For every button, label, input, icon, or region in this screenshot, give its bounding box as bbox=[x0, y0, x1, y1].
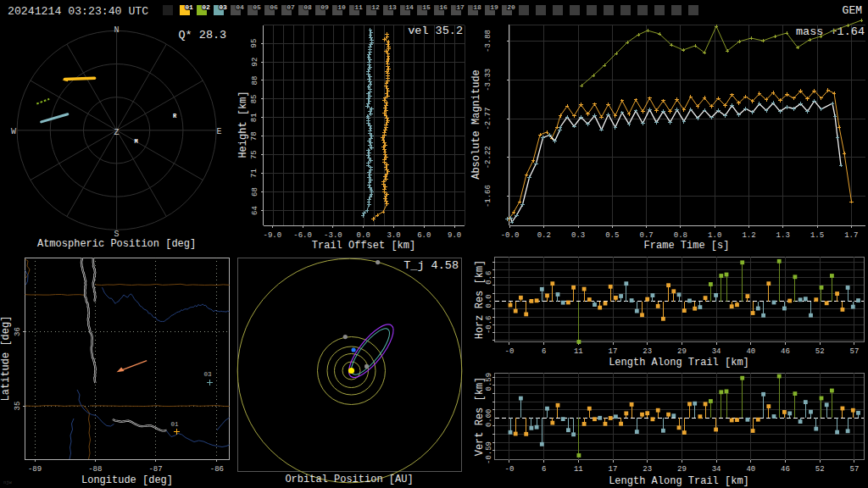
svg-text:9.0: 9.0 bbox=[448, 231, 461, 240]
svg-text:02: 02 bbox=[202, 3, 210, 11]
svg-text:Height [km]: Height [km] bbox=[237, 91, 249, 158]
svg-text:14: 14 bbox=[405, 3, 414, 11]
svg-text:52: 52 bbox=[815, 465, 825, 474]
svg-text:6: 6 bbox=[542, 465, 546, 474]
svg-text:10: 10 bbox=[337, 3, 346, 11]
svg-text:1.5: 1.5 bbox=[810, 231, 824, 240]
svg-text:mass +1.64: mass +1.64 bbox=[796, 25, 865, 38]
svg-text:17: 17 bbox=[609, 465, 618, 474]
svg-text:11: 11 bbox=[574, 347, 583, 356]
svg-text:-0.59: -0.59 bbox=[485, 441, 493, 464]
svg-text:34: 34 bbox=[712, 347, 721, 356]
svg-text:01: 01 bbox=[170, 421, 179, 428]
svg-text:23: 23 bbox=[643, 347, 652, 356]
svg-text:75: 75 bbox=[251, 150, 259, 159]
svg-text:81: 81 bbox=[251, 113, 259, 122]
svg-text:Frame Time [s]: Frame Time [s] bbox=[644, 240, 730, 252]
svg-text:71: 71 bbox=[251, 169, 259, 178]
svg-text:-0.0: -0.0 bbox=[501, 231, 520, 240]
svg-text:09: 09 bbox=[320, 3, 329, 11]
svg-text:03: 03 bbox=[203, 371, 212, 378]
svg-text:13: 13 bbox=[388, 3, 397, 11]
svg-text:-2.22: -2.22 bbox=[484, 146, 492, 169]
svg-text:0.3: 0.3 bbox=[571, 231, 585, 240]
svg-text:12: 12 bbox=[371, 3, 380, 11]
svg-text:1.3: 1.3 bbox=[776, 231, 790, 240]
svg-text:-0: -0 bbox=[504, 465, 514, 474]
svg-text:18: 18 bbox=[473, 3, 481, 11]
svg-text:E: E bbox=[217, 127, 222, 136]
svg-text:57: 57 bbox=[849, 347, 859, 356]
svg-text:-0: -0 bbox=[504, 347, 514, 356]
svg-text:04: 04 bbox=[236, 3, 244, 11]
svg-text:23: 23 bbox=[643, 465, 652, 474]
svg-text:16: 16 bbox=[439, 3, 448, 11]
svg-text:40: 40 bbox=[746, 465, 755, 474]
svg-text:6.0: 6.0 bbox=[417, 231, 431, 240]
svg-text:05: 05 bbox=[253, 3, 261, 11]
svg-text:29: 29 bbox=[677, 347, 687, 356]
svg-text:T_j 4.58: T_j 4.58 bbox=[403, 259, 459, 272]
svg-text:M: M bbox=[134, 138, 137, 145]
svg-text:11: 11 bbox=[354, 3, 363, 11]
svg-text:N: N bbox=[114, 25, 120, 35]
svg-text:17: 17 bbox=[456, 3, 465, 11]
svg-text:01: 01 bbox=[185, 3, 193, 11]
svg-text:6: 6 bbox=[542, 347, 546, 356]
svg-text:Trail Offset [km]: Trail Offset [km] bbox=[312, 240, 415, 252]
svg-text:07: 07 bbox=[287, 3, 295, 11]
svg-text:0.0: 0.0 bbox=[485, 294, 493, 308]
svg-text:Longitude [deg]: Longitude [deg] bbox=[81, 474, 173, 486]
svg-text:Length Along Trail [km]: Length Along Trail [km] bbox=[609, 357, 749, 369]
svg-text:-86: -86 bbox=[210, 465, 224, 474]
svg-text:vel 35.2: vel 35.2 bbox=[408, 25, 463, 37]
svg-text:-88: -88 bbox=[88, 465, 102, 474]
svg-text:0.8: 0.8 bbox=[674, 231, 687, 240]
svg-text:64: 64 bbox=[251, 206, 259, 215]
svg-text:95: 95 bbox=[251, 39, 259, 48]
svg-text:68: 68 bbox=[251, 187, 259, 197]
svg-text:0.00: 0.00 bbox=[485, 408, 493, 427]
svg-text:Vert Res [km]: Vert Res [km] bbox=[474, 377, 486, 457]
svg-text:0.5: 0.5 bbox=[605, 231, 619, 240]
svg-text:Length Along Trail [km]: Length Along Trail [km] bbox=[609, 475, 749, 487]
svg-text:0.7: 0.7 bbox=[639, 231, 653, 240]
svg-text:08: 08 bbox=[303, 3, 312, 11]
svg-text:-89: -89 bbox=[28, 465, 42, 474]
svg-text:-9.0: -9.0 bbox=[263, 231, 281, 240]
svg-text:36: 36 bbox=[14, 327, 22, 336]
svg-text:Latitude [deg]: Latitude [deg] bbox=[0, 316, 12, 402]
svg-text:57: 57 bbox=[849, 465, 859, 474]
svg-text:GEM: GEM bbox=[843, 4, 862, 17]
svg-text:-0.6: -0.6 bbox=[485, 315, 493, 334]
svg-text:85: 85 bbox=[251, 94, 259, 103]
svg-text:W: W bbox=[11, 127, 16, 136]
svg-text:19: 19 bbox=[490, 3, 498, 11]
svg-text:06: 06 bbox=[270, 3, 278, 11]
svg-text:njw: njw bbox=[3, 480, 13, 485]
svg-text:0.2: 0.2 bbox=[537, 231, 551, 240]
svg-text:0.59: 0.59 bbox=[485, 373, 493, 391]
svg-text:78: 78 bbox=[251, 131, 259, 141]
svg-text:17: 17 bbox=[609, 347, 618, 356]
svg-text:46: 46 bbox=[781, 347, 790, 356]
svg-text:88: 88 bbox=[251, 76, 259, 86]
svg-text:1.7: 1.7 bbox=[844, 231, 858, 240]
svg-text:-3.0: -3.0 bbox=[324, 231, 342, 240]
svg-text:40: 40 bbox=[746, 347, 755, 356]
svg-text:Q* 28.3: Q* 28.3 bbox=[179, 29, 227, 42]
svg-text:Z: Z bbox=[114, 128, 120, 137]
svg-text:-6.0: -6.0 bbox=[293, 231, 312, 240]
svg-text:-1.66: -1.66 bbox=[484, 185, 492, 208]
svg-text:3.0: 3.0 bbox=[387, 231, 400, 240]
svg-text:Atmospheric Position [deg]: Atmospheric Position [deg] bbox=[37, 238, 196, 250]
svg-text:-87: -87 bbox=[148, 465, 162, 474]
svg-text:46: 46 bbox=[781, 465, 790, 474]
svg-text:20241214 03:23:40 UTC: 20241214 03:23:40 UTC bbox=[8, 5, 148, 18]
svg-text:Absolute Magnitude: Absolute Magnitude bbox=[470, 69, 482, 180]
svg-text:-2.77: -2.77 bbox=[484, 108, 492, 130]
svg-text:52: 52 bbox=[815, 347, 825, 356]
svg-text:1.2: 1.2 bbox=[742, 231, 755, 240]
svg-text:29: 29 bbox=[677, 465, 687, 474]
svg-text:03: 03 bbox=[219, 3, 227, 11]
